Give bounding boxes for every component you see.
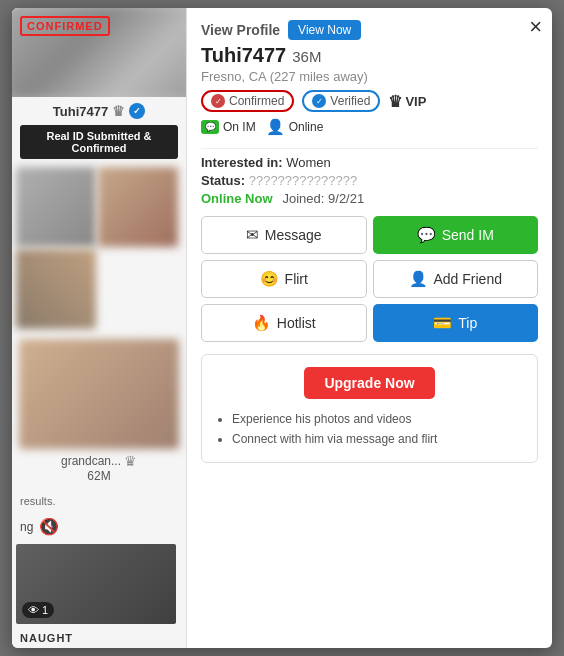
user2-crown-icon: ♛ xyxy=(124,453,137,469)
sidebar-username: Tuhi7477 xyxy=(53,104,108,119)
upgrade-list: Experience his photos and videos Connect… xyxy=(214,409,525,450)
eye-badge: 👁 1 xyxy=(22,602,54,618)
verified-status-badge: ✓ Verified xyxy=(302,90,380,112)
notif-text: ng xyxy=(20,520,33,534)
main-photo[interactable]: CONFIRMED xyxy=(12,8,186,97)
profile-username: Tuhi7477 xyxy=(201,44,286,67)
online-label: Online xyxy=(289,120,324,134)
verify-check-icon: ✓ xyxy=(312,94,326,108)
sidebar-notif-row: ng 🔇 xyxy=(12,513,186,540)
on-im-label: On IM xyxy=(223,120,256,134)
upgrade-item-2: Connect with him via message and flirt xyxy=(232,429,525,449)
view-now-button[interactable]: View Now xyxy=(288,20,361,40)
sidebar-username-row: Tuhi7477 ♛ ✓ xyxy=(12,97,186,121)
sidebar: CONFIRMED Tuhi7477 ♛ ✓ Real ID Submitted… xyxy=(12,8,187,648)
confirm-check-icon: ✓ xyxy=(211,94,225,108)
tip-button[interactable]: 💳 Tip xyxy=(373,304,539,342)
action-buttons: ✉ Message 💬 Send IM 😊 Flirt 👤 Add Friend xyxy=(201,216,538,342)
sidebar-user2-photo[interactable] xyxy=(19,339,179,449)
tip-icon: 💳 xyxy=(433,314,452,332)
header-row: View Profile View Now xyxy=(201,20,538,40)
profile-location: Fresno, CA (227 miles away) xyxy=(201,69,538,84)
sidebar-photo-2[interactable] xyxy=(98,167,178,247)
eye-count: 1 xyxy=(42,604,48,616)
modal-overlay: CONFIRMED Tuhi7477 ♛ ✓ Real ID Submitted… xyxy=(0,0,564,656)
flirt-button[interactable]: 😊 Flirt xyxy=(201,260,367,298)
person-add-icon: 👤 xyxy=(409,270,428,288)
interested-value: Women xyxy=(286,155,331,170)
eye-icon: 👁 xyxy=(28,604,39,616)
close-button[interactable]: × xyxy=(529,16,542,38)
main-content: × View Profile View Now Tuhi7477 36M Fre… xyxy=(187,8,552,648)
confirmed-status-badge: ✓ Confirmed xyxy=(201,90,294,112)
sidebar-user2-age: 62M xyxy=(87,469,110,483)
envelope-icon: ✉ xyxy=(246,226,259,244)
online-status: 👤 Online xyxy=(266,118,324,136)
sidebar-user2: grandcan... ♛ 62M xyxy=(12,333,186,489)
view-profile-link[interactable]: View Profile xyxy=(201,22,280,38)
person-icon: 👤 xyxy=(266,118,285,136)
joined-date: 9/2/21 xyxy=(328,191,364,206)
sidebar-photo-3[interactable] xyxy=(16,249,96,329)
username-row: Tuhi7477 36M xyxy=(201,44,538,67)
sidebar-thumb-row: 👁 1 xyxy=(12,540,186,628)
online-joined-row: Online Now Joined: 9/2/21 xyxy=(201,191,538,206)
add-friend-button[interactable]: 👤 Add Friend xyxy=(373,260,539,298)
online-now-label: Online Now xyxy=(201,191,273,206)
mute-icon: 🔇 xyxy=(39,517,59,536)
upgrade-item-1: Experience his photos and videos xyxy=(232,409,525,429)
upgrade-box: Upgrade Now Experience his photos and vi… xyxy=(201,354,538,463)
verified-label: Verified xyxy=(330,94,370,108)
interested-row: Interested in: Women xyxy=(201,155,538,170)
smile-icon: 😊 xyxy=(260,270,279,288)
sidebar-user2-name: grandcan... ♛ xyxy=(61,453,137,469)
sidebar-photos xyxy=(12,163,186,333)
upgrade-now-button[interactable]: Upgrade Now xyxy=(304,367,434,399)
crown-icon: ♛ xyxy=(112,103,125,119)
message-button[interactable]: ✉ Message xyxy=(201,216,367,254)
badges-row: ✓ Confirmed ✓ Verified ♛ VIP xyxy=(201,90,538,112)
chat-icon: 💬 xyxy=(417,226,436,244)
status-row: 💬 On IM 👤 Online xyxy=(201,118,538,136)
send-im-button[interactable]: 💬 Send IM xyxy=(373,216,539,254)
real-id-badge: Real ID Submitted & Confirmed xyxy=(20,125,178,159)
vip-badge: ♛ VIP xyxy=(388,92,426,111)
sidebar-bottom-text: results. xyxy=(12,489,186,513)
confirmed-badge: CONFIRMED xyxy=(20,16,110,36)
interested-label: Interested in: xyxy=(201,155,283,170)
on-im-status: 💬 On IM xyxy=(201,120,256,134)
vip-label: VIP xyxy=(405,94,426,109)
status-info-row: Status: ??????????????? xyxy=(201,173,538,188)
joined-label: Joined: 9/2/21 xyxy=(283,191,365,206)
modal-body: CONFIRMED Tuhi7477 ♛ ✓ Real ID Submitted… xyxy=(12,8,552,648)
hotlist-button[interactable]: 🔥 Hotlist xyxy=(201,304,367,342)
divider xyxy=(201,148,538,149)
vip-crown-icon: ♛ xyxy=(388,92,402,111)
fire-icon: 🔥 xyxy=(252,314,271,332)
confirmed-label: Confirmed xyxy=(229,94,284,108)
profile-modal: CONFIRMED Tuhi7477 ♛ ✓ Real ID Submitted… xyxy=(12,8,552,648)
sidebar-naughty: NAUGHT xyxy=(12,628,186,648)
verified-check-icon: ✓ xyxy=(129,103,145,119)
sidebar-photo-1[interactable] xyxy=(16,167,96,247)
status-value: ??????????????? xyxy=(249,173,357,188)
status-label: Status: xyxy=(201,173,245,188)
profile-age: 36M xyxy=(292,48,321,65)
im-icon: 💬 xyxy=(201,120,219,134)
